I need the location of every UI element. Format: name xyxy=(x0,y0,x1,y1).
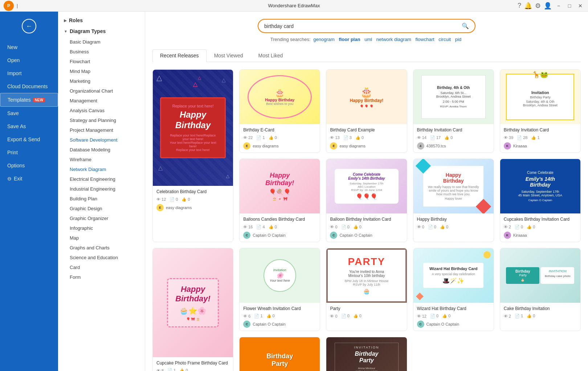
tab-liked[interactable]: Most Liked xyxy=(251,49,291,62)
diagram-item-project[interactable]: Project Management xyxy=(58,125,145,135)
diagram-item-mindmap[interactable]: Mind Map xyxy=(58,66,145,76)
trending-flowchart[interactable]: flowchart xyxy=(416,37,434,42)
sidebar-item-cloud[interactable]: Cloud Documents xyxy=(0,80,58,93)
template-card-inv2[interactable]: 🦒🐸 Invitation Birthday Party Saturday, 4… xyxy=(500,69,581,153)
trending-pid[interactable]: pid xyxy=(455,37,461,42)
template-card-flower[interactable]: Invitation 🌸 Your text here Flower Wreat… xyxy=(239,248,320,331)
template-stats-celebration: 👁 12 📄 0 👍 0 xyxy=(156,197,229,202)
template-grid: △ △ △ △ △ △ Replace your text here! Happ… xyxy=(152,69,581,371)
diagram-item-graphic-design[interactable]: Graphic Design xyxy=(58,204,145,213)
template-thumb-teal: HappyBirthday We really happy to see tha… xyxy=(413,159,494,213)
sidebar-item-saveas[interactable]: Save As xyxy=(0,120,58,133)
sidebar-item-exit[interactable]: ⊖ Exit xyxy=(0,172,58,185)
sidebar-item-import[interactable]: Import xyxy=(0,67,58,80)
template-author-celebration: E easy diagrams xyxy=(156,204,229,211)
tab-viewed[interactable]: Most Viewed xyxy=(207,49,251,62)
author-avatar-wizard: C xyxy=(417,321,424,328)
template-stats-ecard: 👁 22 📄 1 👍 0 xyxy=(243,135,316,140)
diagram-item-management[interactable]: Management xyxy=(58,96,145,106)
close-button[interactable]: ✕ xyxy=(576,2,584,10)
template-card-cupcake-frame[interactable]: HappyBirthday! 🧁⭐🌸 🎈 🎀 🎂 Cupcake Photo F… xyxy=(152,248,233,371)
diagram-item-orgchart[interactable]: Organizational Chart xyxy=(58,86,145,96)
diagram-item-marketing[interactable]: Marketing xyxy=(58,76,145,86)
diagram-item-card[interactable]: Card xyxy=(58,262,145,272)
template-card-orange-party[interactable]: BirthdayParty 🍩🍩 Birthday Party 👁 0 📄 0 … xyxy=(239,337,320,371)
author-avatar-inv2: K xyxy=(504,142,511,150)
template-card-elegant[interactable]: INVITATION BirthdayParty Anna Mintour 16… xyxy=(326,337,407,371)
app-title: Wondershare EdrawMax xyxy=(268,3,320,8)
sidebar-item-save[interactable]: Save xyxy=(0,107,58,120)
back-button[interactable]: ← xyxy=(22,19,36,33)
template-author-balloon-inv: C Captain O Captain xyxy=(330,232,403,239)
trending-genogram[interactable]: genogram xyxy=(313,37,335,42)
diagram-item-building[interactable]: Building Plan xyxy=(58,194,145,204)
template-card-example[interactable]: 🎂 Happy Birthday! 🎈 🎈 🎈 Birthday Card Ex… xyxy=(326,69,407,153)
diagram-item-science[interactable]: Science and Education xyxy=(58,253,145,262)
new-badge: NEW xyxy=(33,98,45,102)
template-thumb-cupcake-frame: HappyBirthday! 🧁⭐🌸 🎈 🎀 🎂 xyxy=(153,248,233,357)
diagram-item-graphic-org[interactable]: Graphic Organizer xyxy=(58,213,145,223)
sidebar-item-print[interactable]: Print xyxy=(0,146,58,159)
template-thumb-flower: Invitation 🌸 Your text here xyxy=(240,248,320,303)
template-title-wizard: Wizard Hat Birthday Card xyxy=(417,306,490,312)
template-card-cake-inv[interactable]: Birthday Party 🎂 INVITATION Birthday cak… xyxy=(500,248,581,331)
main-panel: 🔍 Trending searches: genogram floor plan… xyxy=(145,12,588,371)
diagram-item-basic[interactable]: Basic Diagram xyxy=(58,37,145,47)
diagram-item-map[interactable]: Map xyxy=(58,233,145,243)
sidebar-item-templates[interactable]: Templates NEW xyxy=(0,93,58,107)
diagram-item-form[interactable]: Form xyxy=(58,272,145,282)
sidebar-item-export[interactable]: Export & Send xyxy=(0,133,58,146)
sidebar-item-open[interactable]: Open xyxy=(0,54,58,67)
template-card-balloons[interactable]: HappyBirthday! 🎈🍭🎈 🎂 🍬 🎀 Balloons Candie… xyxy=(239,159,320,242)
template-card-balloon-inv[interactable]: Come CelebrateEmily's 14th Birthday Satu… xyxy=(326,159,407,242)
template-card-ecard[interactable]: 🎂 Happy Birthday Best wishes to you Birt… xyxy=(239,69,320,153)
notification-icon[interactable]: 🔔 xyxy=(524,2,532,10)
diagram-types-header[interactable]: ▼ Diagram Types xyxy=(58,25,145,37)
template-title-balloons: Balloons Candies Birthday Card xyxy=(243,216,316,223)
diagram-item-graphs[interactable]: Graphs and Charts xyxy=(58,243,145,253)
template-stats-party: 👁 0 📄 0 👍 0 xyxy=(330,314,403,318)
diagram-item-wireframe[interactable]: Wireframe xyxy=(58,155,145,164)
diagram-item-network[interactable]: Network Diagram xyxy=(58,164,145,174)
trending-uml[interactable]: uml xyxy=(364,37,372,42)
diagram-item-infographic[interactable]: Infographic xyxy=(58,223,145,233)
diagram-item-electrical[interactable]: Electrical Engineering xyxy=(58,174,145,184)
roles-header[interactable]: ▶ Roles xyxy=(58,15,145,25)
help-icon[interactable]: ? xyxy=(518,2,521,9)
template-thumb-inv2: 🦒🐸 Invitation Birthday Party Saturday, 4… xyxy=(500,70,580,124)
template-card-teal[interactable]: HappyBirthday We really happy to see tha… xyxy=(413,159,494,242)
profile-button[interactable]: P xyxy=(4,1,14,11)
stat-copies: 📄 0 xyxy=(170,197,178,202)
search-icon[interactable]: 🔍 xyxy=(462,23,469,29)
trending-networkdiagram[interactable]: network diagram xyxy=(376,37,411,42)
diagram-item-database[interactable]: Database Modeling xyxy=(58,145,145,155)
minimize-button[interactable]: − xyxy=(555,2,563,10)
template-author-wizard: C Captain O Captain xyxy=(417,321,490,328)
template-thumb-orange-party: BirthdayParty 🍩🍩 xyxy=(240,337,320,371)
search-input[interactable] xyxy=(264,23,462,29)
account-icon[interactable]: 👤 xyxy=(544,2,552,10)
search-container: 🔍 Trending searches: genogram floor plan… xyxy=(152,19,581,42)
template-card-inv1[interactable]: Birthday, 4th & Oth Saturday, 6th St... … xyxy=(413,69,494,153)
diagram-item-software[interactable]: Software Development xyxy=(58,135,145,145)
template-info-cupcake-frame: Cupcake Photo Frame Birthday Card 👁 8 📄 … xyxy=(153,357,233,371)
diagram-item-analysis[interactable]: Analysis Canvas xyxy=(58,106,145,115)
tab-recent[interactable]: Recent Releases xyxy=(152,49,207,62)
users-icon[interactable]: ⚙ xyxy=(535,2,541,10)
sidebar-item-options[interactable]: Options xyxy=(0,159,58,172)
trending-circuit[interactable]: circuit xyxy=(438,37,451,42)
template-card-celebration[interactable]: △ △ △ △ △ △ Replace your text here! Happ… xyxy=(152,69,233,242)
diagram-item-flowchart[interactable]: Flowchart xyxy=(58,57,145,66)
maximize-button[interactable]: □ xyxy=(565,2,573,10)
sidebar-item-new[interactable]: New xyxy=(0,41,58,54)
diagram-item-industrial[interactable]: Industrial Engineering xyxy=(58,184,145,194)
template-card-wizard[interactable]: Wizard Hat Birthday Card A very special … xyxy=(413,248,494,331)
template-info-flower: Flower Wreath Invitation Card 👁 6 📄 1 👍 … xyxy=(240,303,320,331)
template-card-cupcakes[interactable]: Come Celebrate Emily's 14thBirthday Satu… xyxy=(500,159,581,242)
trending-floorplan[interactable]: floor plan xyxy=(339,37,360,42)
template-title-celebration: Celebration Birthday Card xyxy=(156,189,229,195)
diagram-item-strategy[interactable]: Strategy and Planning xyxy=(58,115,145,125)
diagram-item-business[interactable]: Business xyxy=(58,47,145,57)
author-avatar-flower: C xyxy=(243,321,250,328)
template-card-party[interactable]: PARTY You're invited to Anna Mintour's 1… xyxy=(326,248,407,331)
